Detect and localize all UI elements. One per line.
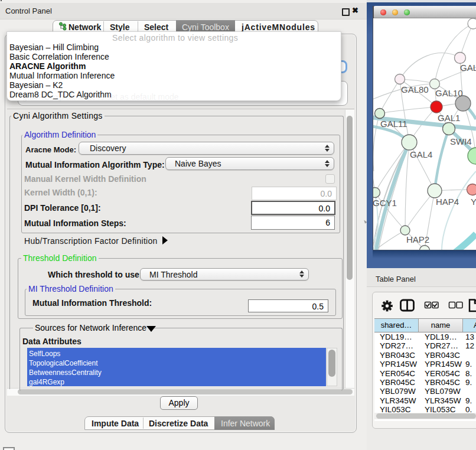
svg-text:HAP2: HAP2 <box>406 234 429 244</box>
svg-text:GAL4: GAL4 <box>410 149 432 159</box>
svg-text:GAL1: GAL1 <box>438 113 460 123</box>
svg-text:SWI4: SWI4 <box>450 136 472 146</box>
svg-text:YL: YL <box>471 197 476 207</box>
svg-text:GAL11: GAL11 <box>380 119 407 129</box>
svg-text:GAL10: GAL10 <box>435 88 463 98</box>
svg-text:GCY1: GCY1 <box>373 198 397 208</box>
svg-text:HAP4: HAP4 <box>436 197 459 207</box>
svg-text:GAL80: GAL80 <box>401 84 429 94</box>
svg-text:GAL7: GAL7 <box>460 63 476 73</box>
